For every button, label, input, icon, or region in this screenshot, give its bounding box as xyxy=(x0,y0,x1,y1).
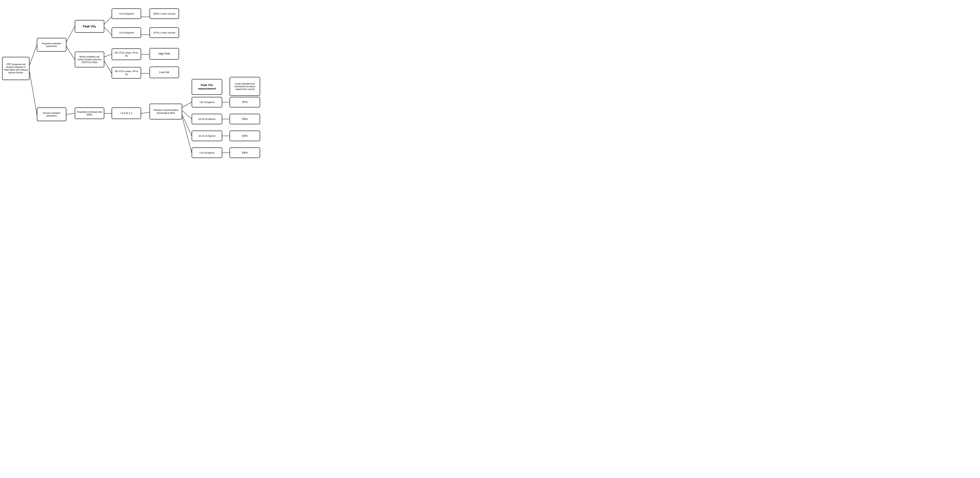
indicates-maximal-box: Indicates maximal patient physiological … xyxy=(150,104,182,120)
prognosis-eval-box: Prognosis evaluation parameters xyxy=(37,38,66,52)
rer-value-box: >1.0 to 1.1 xyxy=(111,107,141,119)
low-risk-box: Low risk xyxy=(150,67,179,78)
svg-line-2 xyxy=(66,26,75,42)
svg-line-14 xyxy=(141,112,150,113)
severity-eval-box: Severity evaluation parameters xyxy=(37,107,66,121)
gt14-box: >14 mL/kg/min xyxy=(111,8,141,19)
svg-line-7 xyxy=(104,61,111,73)
ve-gt34-box: VE/ VCO₂ slope >34 to 36 xyxy=(111,48,141,60)
lt14-box: <14 mL/kg/min xyxy=(111,27,141,38)
high-risk-box: High Risk xyxy=(150,48,179,60)
gt20-box: >20 mL/kg/min xyxy=(192,97,222,107)
pct93-box: 93% xyxy=(229,114,260,124)
peak-vo2-measurement-box: Peak VO₂ measurement xyxy=(192,79,222,95)
lt10-box: <10 mL/kg/min xyxy=(192,147,222,158)
svg-line-1 xyxy=(30,72,37,115)
svg-line-5 xyxy=(104,27,111,35)
pct97-box: 97% xyxy=(229,97,260,107)
svg-line-3 xyxy=(66,46,75,60)
svg-line-12 xyxy=(66,113,75,115)
survival-47-box: (47%) 1-year survival xyxy=(150,27,179,38)
svg-line-4 xyxy=(104,17,111,24)
peak-vo2-box: Peak VO₂ xyxy=(75,20,104,33)
svg-line-17 xyxy=(182,115,192,136)
survival-95-box: (95%) 1-year survival xyxy=(150,8,179,19)
svg-line-18 xyxy=(182,117,192,153)
svg-line-0 xyxy=(30,45,37,65)
cpet-root-box: CPET prognosis and severity evaluation i… xyxy=(2,57,30,80)
diagram: CPET prognosis and severity evaluation i… xyxy=(0,0,326,159)
ve-lt34-box: VE/ VCO₂ slope <34 to 36 xyxy=(111,67,141,78)
pct83-box: 83% xyxy=(229,131,260,141)
svg-line-6 xyxy=(104,54,111,57)
minute-vent-box: Minute ventilation per carbon dioxide pr… xyxy=(75,52,104,67)
svg-line-15 xyxy=(182,102,192,107)
pct64-box: 64% xyxy=(229,147,260,158)
r10-16-box: 10-16 mL/kg/min xyxy=(192,131,222,141)
rer-box: Respiratory exchange ratio (RER) xyxy=(75,107,104,119)
connector-lines xyxy=(0,0,326,159)
transplant-free-box: 3-year transplant and mechanical circula… xyxy=(229,77,260,96)
r16-20-box: 16-20 mL/kg/min xyxy=(192,114,222,124)
svg-line-16 xyxy=(182,111,192,119)
